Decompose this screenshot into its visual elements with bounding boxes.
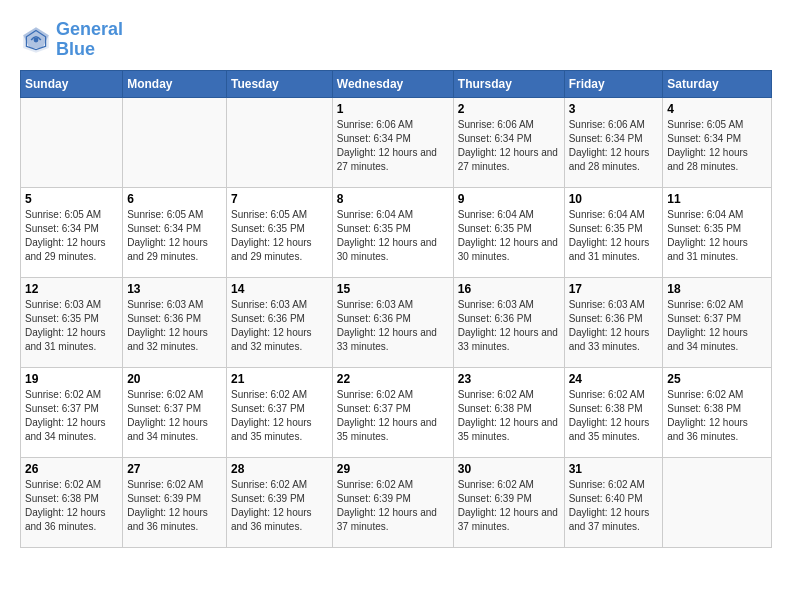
day-info: Sunrise: 6:02 AM Sunset: 6:39 PM Dayligh…	[127, 478, 222, 534]
day-number: 22	[337, 372, 449, 386]
day-info: Sunrise: 6:02 AM Sunset: 6:37 PM Dayligh…	[337, 388, 449, 444]
calendar-cell: 30Sunrise: 6:02 AM Sunset: 6:39 PM Dayli…	[453, 457, 564, 547]
page-header: GeneralBlue	[20, 20, 772, 60]
day-info: Sunrise: 6:04 AM Sunset: 6:35 PM Dayligh…	[337, 208, 449, 264]
day-info: Sunrise: 6:03 AM Sunset: 6:36 PM Dayligh…	[231, 298, 328, 354]
calendar-cell: 23Sunrise: 6:02 AM Sunset: 6:38 PM Dayli…	[453, 367, 564, 457]
calendar-cell: 19Sunrise: 6:02 AM Sunset: 6:37 PM Dayli…	[21, 367, 123, 457]
day-number: 13	[127, 282, 222, 296]
day-number: 9	[458, 192, 560, 206]
day-info: Sunrise: 6:02 AM Sunset: 6:39 PM Dayligh…	[231, 478, 328, 534]
day-info: Sunrise: 6:03 AM Sunset: 6:36 PM Dayligh…	[127, 298, 222, 354]
calendar-week-row: 26Sunrise: 6:02 AM Sunset: 6:38 PM Dayli…	[21, 457, 772, 547]
calendar-week-row: 12Sunrise: 6:03 AM Sunset: 6:35 PM Dayli…	[21, 277, 772, 367]
calendar-cell	[663, 457, 772, 547]
calendar-cell	[227, 97, 333, 187]
calendar-cell: 4Sunrise: 6:05 AM Sunset: 6:34 PM Daylig…	[663, 97, 772, 187]
day-number: 11	[667, 192, 767, 206]
day-info: Sunrise: 6:02 AM Sunset: 6:37 PM Dayligh…	[667, 298, 767, 354]
day-number: 28	[231, 462, 328, 476]
calendar-week-row: 19Sunrise: 6:02 AM Sunset: 6:37 PM Dayli…	[21, 367, 772, 457]
day-number: 12	[25, 282, 118, 296]
day-info: Sunrise: 6:02 AM Sunset: 6:38 PM Dayligh…	[667, 388, 767, 444]
day-number: 25	[667, 372, 767, 386]
day-number: 30	[458, 462, 560, 476]
calendar-cell: 7Sunrise: 6:05 AM Sunset: 6:35 PM Daylig…	[227, 187, 333, 277]
day-number: 5	[25, 192, 118, 206]
day-number: 23	[458, 372, 560, 386]
day-number: 19	[25, 372, 118, 386]
calendar-cell: 6Sunrise: 6:05 AM Sunset: 6:34 PM Daylig…	[123, 187, 227, 277]
calendar-week-row: 1Sunrise: 6:06 AM Sunset: 6:34 PM Daylig…	[21, 97, 772, 187]
day-info: Sunrise: 6:05 AM Sunset: 6:34 PM Dayligh…	[667, 118, 767, 174]
day-info: Sunrise: 6:02 AM Sunset: 6:37 PM Dayligh…	[231, 388, 328, 444]
calendar-table: SundayMondayTuesdayWednesdayThursdayFrid…	[20, 70, 772, 548]
day-number: 21	[231, 372, 328, 386]
calendar-cell: 31Sunrise: 6:02 AM Sunset: 6:40 PM Dayli…	[564, 457, 663, 547]
weekday-header-sunday: Sunday	[21, 70, 123, 97]
weekday-header-saturday: Saturday	[663, 70, 772, 97]
day-info: Sunrise: 6:05 AM Sunset: 6:34 PM Dayligh…	[127, 208, 222, 264]
day-info: Sunrise: 6:06 AM Sunset: 6:34 PM Dayligh…	[569, 118, 659, 174]
day-number: 10	[569, 192, 659, 206]
day-number: 3	[569, 102, 659, 116]
calendar-cell: 2Sunrise: 6:06 AM Sunset: 6:34 PM Daylig…	[453, 97, 564, 187]
weekday-header-tuesday: Tuesday	[227, 70, 333, 97]
calendar-cell: 21Sunrise: 6:02 AM Sunset: 6:37 PM Dayli…	[227, 367, 333, 457]
calendar-cell: 1Sunrise: 6:06 AM Sunset: 6:34 PM Daylig…	[332, 97, 453, 187]
calendar-cell: 22Sunrise: 6:02 AM Sunset: 6:37 PM Dayli…	[332, 367, 453, 457]
day-info: Sunrise: 6:04 AM Sunset: 6:35 PM Dayligh…	[667, 208, 767, 264]
day-info: Sunrise: 6:02 AM Sunset: 6:38 PM Dayligh…	[25, 478, 118, 534]
calendar-cell: 15Sunrise: 6:03 AM Sunset: 6:36 PM Dayli…	[332, 277, 453, 367]
logo-icon	[20, 24, 52, 56]
day-number: 29	[337, 462, 449, 476]
day-info: Sunrise: 6:02 AM Sunset: 6:40 PM Dayligh…	[569, 478, 659, 534]
day-number: 4	[667, 102, 767, 116]
day-info: Sunrise: 6:03 AM Sunset: 6:36 PM Dayligh…	[337, 298, 449, 354]
day-info: Sunrise: 6:02 AM Sunset: 6:38 PM Dayligh…	[458, 388, 560, 444]
calendar-cell: 25Sunrise: 6:02 AM Sunset: 6:38 PM Dayli…	[663, 367, 772, 457]
calendar-cell: 8Sunrise: 6:04 AM Sunset: 6:35 PM Daylig…	[332, 187, 453, 277]
calendar-cell: 26Sunrise: 6:02 AM Sunset: 6:38 PM Dayli…	[21, 457, 123, 547]
weekday-header-monday: Monday	[123, 70, 227, 97]
day-info: Sunrise: 6:02 AM Sunset: 6:37 PM Dayligh…	[25, 388, 118, 444]
day-info: Sunrise: 6:02 AM Sunset: 6:39 PM Dayligh…	[337, 478, 449, 534]
calendar-cell: 28Sunrise: 6:02 AM Sunset: 6:39 PM Dayli…	[227, 457, 333, 547]
calendar-cell: 13Sunrise: 6:03 AM Sunset: 6:36 PM Dayli…	[123, 277, 227, 367]
day-number: 16	[458, 282, 560, 296]
day-number: 15	[337, 282, 449, 296]
day-number: 18	[667, 282, 767, 296]
weekday-header-friday: Friday	[564, 70, 663, 97]
day-number: 20	[127, 372, 222, 386]
day-number: 1	[337, 102, 449, 116]
day-number: 31	[569, 462, 659, 476]
logo-text: GeneralBlue	[56, 20, 123, 60]
calendar-cell	[21, 97, 123, 187]
calendar-cell: 14Sunrise: 6:03 AM Sunset: 6:36 PM Dayli…	[227, 277, 333, 367]
day-info: Sunrise: 6:03 AM Sunset: 6:35 PM Dayligh…	[25, 298, 118, 354]
calendar-cell: 24Sunrise: 6:02 AM Sunset: 6:38 PM Dayli…	[564, 367, 663, 457]
day-info: Sunrise: 6:05 AM Sunset: 6:35 PM Dayligh…	[231, 208, 328, 264]
day-number: 27	[127, 462, 222, 476]
day-info: Sunrise: 6:02 AM Sunset: 6:37 PM Dayligh…	[127, 388, 222, 444]
calendar-cell: 9Sunrise: 6:04 AM Sunset: 6:35 PM Daylig…	[453, 187, 564, 277]
calendar-cell: 20Sunrise: 6:02 AM Sunset: 6:37 PM Dayli…	[123, 367, 227, 457]
calendar-cell: 18Sunrise: 6:02 AM Sunset: 6:37 PM Dayli…	[663, 277, 772, 367]
svg-point-3	[34, 37, 39, 42]
calendar-week-row: 5Sunrise: 6:05 AM Sunset: 6:34 PM Daylig…	[21, 187, 772, 277]
calendar-cell	[123, 97, 227, 187]
calendar-cell: 5Sunrise: 6:05 AM Sunset: 6:34 PM Daylig…	[21, 187, 123, 277]
day-info: Sunrise: 6:03 AM Sunset: 6:36 PM Dayligh…	[458, 298, 560, 354]
calendar-cell: 27Sunrise: 6:02 AM Sunset: 6:39 PM Dayli…	[123, 457, 227, 547]
day-info: Sunrise: 6:06 AM Sunset: 6:34 PM Dayligh…	[458, 118, 560, 174]
day-info: Sunrise: 6:03 AM Sunset: 6:36 PM Dayligh…	[569, 298, 659, 354]
day-number: 24	[569, 372, 659, 386]
calendar-cell: 10Sunrise: 6:04 AM Sunset: 6:35 PM Dayli…	[564, 187, 663, 277]
calendar-cell: 29Sunrise: 6:02 AM Sunset: 6:39 PM Dayli…	[332, 457, 453, 547]
day-info: Sunrise: 6:04 AM Sunset: 6:35 PM Dayligh…	[569, 208, 659, 264]
day-info: Sunrise: 6:06 AM Sunset: 6:34 PM Dayligh…	[337, 118, 449, 174]
weekday-header-thursday: Thursday	[453, 70, 564, 97]
day-number: 17	[569, 282, 659, 296]
day-number: 7	[231, 192, 328, 206]
calendar-cell: 16Sunrise: 6:03 AM Sunset: 6:36 PM Dayli…	[453, 277, 564, 367]
